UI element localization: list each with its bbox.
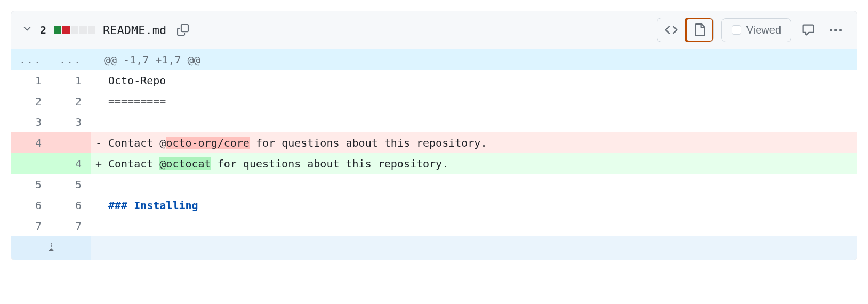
old-line-number[interactable] — [11, 153, 51, 174]
diff-file-container: 2 README.md — [11, 11, 857, 260]
new-line-number[interactable]: 4 — [51, 153, 91, 174]
hunk-expand-old[interactable]: ... — [11, 49, 51, 70]
diff-stat-neutral — [88, 26, 95, 34]
diff-line: 7 7 — [11, 215, 857, 236]
new-line-number[interactable] — [51, 132, 91, 153]
new-line-number[interactable]: 2 — [51, 91, 91, 111]
change-count: 2 — [40, 23, 46, 36]
diff-line: 2 2 ========= — [11, 91, 857, 111]
rich-diff-button[interactable] — [686, 18, 713, 42]
old-line-number[interactable]: 4 — [11, 132, 51, 153]
old-line-number[interactable]: 5 — [11, 174, 51, 195]
copy-path-icon[interactable] — [174, 21, 192, 39]
diff-stat — [54, 26, 95, 34]
diff-line-deletion: 4 - Contact @octo-org/core for questions… — [11, 132, 857, 153]
diff-sign: - — [91, 132, 106, 153]
diff-line: 3 3 — [11, 111, 857, 132]
viewed-toggle[interactable]: Viewed — [721, 18, 791, 42]
code-content — [106, 174, 857, 195]
hunk-expand-new[interactable]: ... — [51, 49, 91, 70]
new-line-number[interactable]: 3 — [51, 111, 91, 132]
old-line-number[interactable]: 3 — [11, 111, 51, 132]
diff-line: 1 1 Octo-Repo — [11, 70, 857, 91]
diff-stat-removed — [62, 26, 70, 34]
diff-line: 5 5 — [11, 174, 857, 195]
hunk-header-text: @@ -1,7 +1,7 @@ — [91, 49, 857, 70]
diff-table: ... ... @@ -1,7 +1,7 @@ 1 1 Octo-Repo 2 … — [11, 49, 857, 260]
diff-sign — [91, 215, 106, 236]
file-header-right: Viewed — [657, 18, 846, 42]
code-content: Octo-Repo — [106, 70, 857, 91]
code-content: ========= — [106, 91, 857, 111]
markdown-heading: ### Installing — [108, 199, 198, 212]
diff-stat-neutral — [79, 26, 87, 34]
diff-line-addition: 4 + Contact @octocat for questions about… — [11, 153, 857, 174]
diff-sign: + — [91, 153, 106, 174]
old-line-number[interactable]: 2 — [11, 91, 51, 111]
deletion-highlight: octo-org/core — [166, 137, 250, 149]
viewed-checkbox — [732, 25, 741, 35]
expand-spacer — [91, 236, 857, 260]
viewed-label: Viewed — [746, 24, 781, 36]
diff-sign — [91, 174, 106, 195]
expand-down-button[interactable] — [11, 236, 91, 260]
new-line-number[interactable]: 5 — [51, 174, 91, 195]
collapse-chevron-icon[interactable] — [22, 23, 33, 36]
old-line-number[interactable]: 6 — [11, 195, 51, 215]
comment-icon[interactable] — [799, 20, 818, 39]
diff-sign — [91, 111, 106, 132]
diff-sign — [91, 91, 106, 111]
diff-line: 6 6 ### Installing — [11, 195, 857, 215]
diff-sign — [91, 195, 106, 215]
new-line-number[interactable]: 7 — [51, 215, 91, 236]
hunk-header-row: ... ... @@ -1,7 +1,7 @@ — [11, 49, 857, 70]
old-line-number[interactable]: 1 — [11, 70, 51, 91]
code-content — [106, 111, 857, 132]
kebab-menu-icon[interactable] — [825, 25, 846, 36]
code-content — [106, 215, 857, 236]
old-line-number[interactable]: 7 — [11, 215, 51, 236]
diff-sign — [91, 70, 106, 91]
code-content: Contact @octocat for questions about thi… — [106, 153, 857, 174]
expand-row — [11, 236, 857, 260]
code-content: ### Installing — [106, 195, 857, 215]
new-line-number[interactable]: 6 — [51, 195, 91, 215]
diff-stat-added — [54, 26, 61, 34]
diff-stat-neutral — [71, 26, 78, 34]
display-mode-toggle — [657, 18, 714, 42]
file-header: 2 README.md — [11, 11, 857, 49]
code-content: Contact @octo-org/core for questions abo… — [106, 132, 857, 153]
file-header-left: 2 README.md — [22, 21, 192, 39]
addition-highlight: @octocat — [159, 157, 211, 170]
new-line-number[interactable]: 1 — [51, 70, 91, 91]
file-name[interactable]: README.md — [103, 23, 166, 37]
source-diff-button[interactable] — [657, 18, 685, 42]
